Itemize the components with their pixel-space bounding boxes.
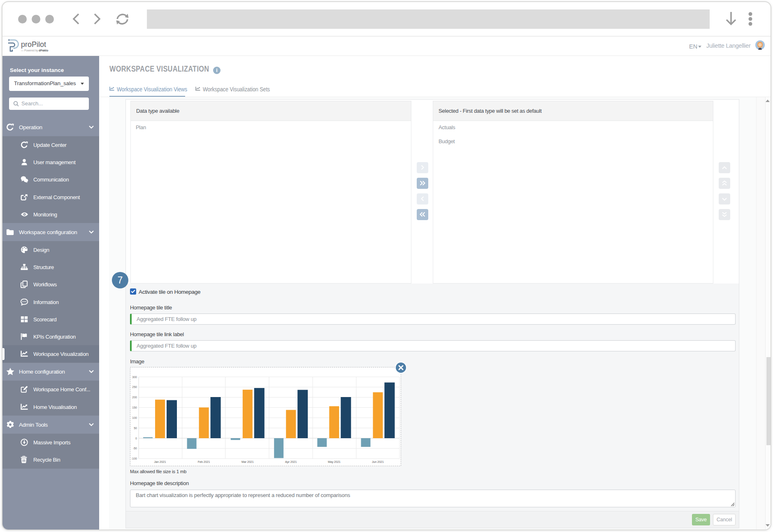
svg-text:50: 50 <box>134 427 137 430</box>
svg-text:200: 200 <box>132 396 137 399</box>
svg-text:Apr 2021: Apr 2021 <box>285 460 297 464</box>
svg-text:Mar 2021: Mar 2021 <box>241 460 254 463</box>
svg-text:0: 0 <box>135 437 137 440</box>
svg-text:300: 300 <box>132 376 137 379</box>
svg-text:-50: -50 <box>133 447 137 450</box>
svg-text:Feb 2021: Feb 2021 <box>198 460 210 463</box>
svg-text:May 2021: May 2021 <box>328 460 341 464</box>
svg-text:100: 100 <box>132 416 137 419</box>
svg-text:Jun 2021: Jun 2021 <box>372 460 384 463</box>
svg-text:Jan 2021: Jan 2021 <box>154 460 166 463</box>
svg-text:150: 150 <box>132 406 137 409</box>
svg-text:250: 250 <box>132 386 137 388</box>
svg-text:-100: -100 <box>131 457 137 460</box>
